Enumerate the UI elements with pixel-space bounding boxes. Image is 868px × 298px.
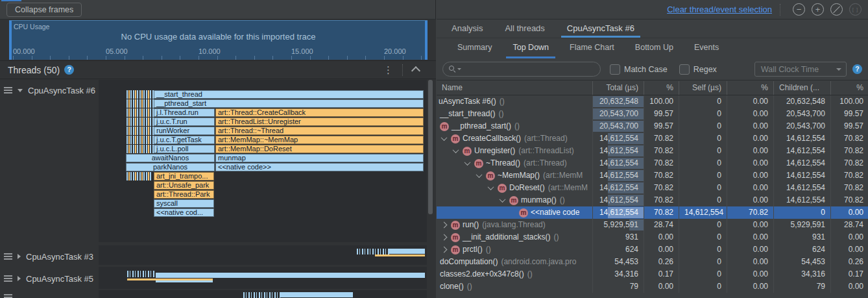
flame-activity-stripes[interactable] bbox=[127, 99, 154, 108]
thread-row[interactable]: CpuAsyncTask #5 bbox=[4, 273, 93, 284]
column-header--[interactable]: % bbox=[727, 81, 774, 95]
table-row[interactable]: doComputation()(android.com.java.pro54,4… bbox=[437, 256, 868, 268]
flame-bar[interactable]: j.u.c.T.getTask bbox=[154, 136, 215, 144]
table-row[interactable]: uAsyncTask #6()()20,632,548100.0000.0020… bbox=[437, 95, 868, 108]
collapse-node-chevron-icon[interactable] bbox=[500, 196, 506, 203]
flame-bar[interactable]: art::Thread::CreateCallback bbox=[215, 108, 424, 117]
collapse-node-chevron-icon[interactable] bbox=[453, 147, 459, 153]
thread-row[interactable]: CpuAsyncTask #6 bbox=[4, 85, 95, 95]
thread-activity-bar[interactable] bbox=[156, 273, 425, 278]
flame-bar[interactable]: syscall bbox=[154, 199, 214, 208]
kebab-menu-icon[interactable]: ⋮ bbox=[380, 65, 397, 75]
table-row[interactable]: mDoReset()(art::MemM14,612,55470.8200.00… bbox=[437, 182, 868, 194]
regex-label[interactable]: Regex bbox=[693, 65, 717, 74]
flame-bar[interactable]: munmap bbox=[215, 154, 424, 162]
expand-thread-icon[interactable] bbox=[18, 276, 21, 281]
table-row[interactable]: mrun()(java.lang.Thread)5,929,59128.7400… bbox=[437, 219, 868, 231]
match-case-label[interactable]: Match Case bbox=[624, 65, 668, 74]
table-row[interactable]: mprctl()()6240.0000.006240.00 bbox=[437, 243, 868, 256]
collapse-node-chevron-icon[interactable] bbox=[476, 171, 483, 178]
flame-activity-stripes[interactable] bbox=[127, 90, 154, 99]
column-header-total-s-[interactable]: Total (µs) bbox=[593, 81, 644, 95]
subtab-top-down[interactable]: Top Down bbox=[506, 38, 555, 58]
flame-activity-stripes[interactable] bbox=[127, 118, 154, 126]
flame-bar[interactable]: j.u.c.T.run bbox=[154, 118, 215, 126]
subtab-events[interactable]: Events bbox=[688, 38, 725, 58]
expand-thread-icon[interactable] bbox=[18, 254, 21, 259]
table-row[interactable]: classes2.dex+0x347c8()()34,3160.1700.003… bbox=[437, 268, 868, 280]
collapse-panel-icon[interactable] bbox=[411, 66, 420, 75]
subtab-flame-chart[interactable]: Flame Chart bbox=[563, 38, 621, 58]
column-header-self-s-[interactable]: Self (µs) bbox=[679, 81, 727, 95]
flame-bar[interactable]: parkNanos bbox=[126, 163, 215, 171]
flame-activity-stripes[interactable] bbox=[127, 127, 154, 135]
table-row[interactable]: m~Thread()(art::Thread)14,612,55470.8200… bbox=[437, 157, 868, 169]
flame-bar[interactable]: art::Thread::Park bbox=[154, 190, 214, 199]
subtab-summary[interactable]: Summary bbox=[451, 38, 498, 58]
table-row[interactable]: mUnregister()(art::ThreadList)14,612,554… bbox=[437, 145, 868, 157]
column-header--[interactable]: % bbox=[644, 81, 679, 95]
tab-all-threads[interactable]: All threads bbox=[499, 20, 550, 38]
search-input[interactable] bbox=[465, 64, 600, 75]
flame-bar[interactable]: art::Unsafe_park bbox=[154, 181, 214, 190]
thread-activity-bar[interactable] bbox=[389, 249, 425, 254]
table-row[interactable]: mCreateCallback()(art::Thread)14,612,554… bbox=[437, 132, 868, 145]
flame-bar[interactable]: j.l.Thread.run bbox=[154, 108, 215, 117]
search-options-arrow-icon[interactable] bbox=[457, 68, 461, 70]
table-row[interactable]: m<<native code14,612,55470.8214,612,5547… bbox=[437, 206, 868, 219]
cpu-usage-panel[interactable]: CPU Usage No CPU usage data available fo… bbox=[9, 20, 428, 60]
reset-zoom-icon[interactable] bbox=[830, 3, 843, 16]
table-row[interactable]: __start_thread()()20,543,70099.5700.0020… bbox=[437, 108, 868, 120]
column-header--[interactable]: % bbox=[831, 81, 868, 95]
flame-activity-stripes[interactable] bbox=[127, 108, 154, 117]
table-row[interactable]: m__pthread_start()()20,543,70099.5700.00… bbox=[437, 120, 868, 132]
flame-bar[interactable]: j.u.c.L.poll bbox=[154, 145, 215, 153]
thread-activity-bar[interactable] bbox=[156, 280, 213, 282]
drag-handle-icon[interactable] bbox=[4, 87, 12, 93]
expand-node-chevron-icon[interactable] bbox=[441, 222, 448, 229]
flame-bar[interactable]: __pthread_start bbox=[154, 99, 424, 108]
tab-analysis[interactable]: Analysis bbox=[446, 20, 488, 38]
flame-activity-stripes[interactable] bbox=[127, 172, 152, 180]
flame-bar[interactable]: art::ThreadList::Unregister bbox=[215, 118, 424, 126]
collapse-node-chevron-icon[interactable] bbox=[488, 184, 494, 190]
thread-activity-bar[interactable] bbox=[375, 255, 425, 256]
flame-bar[interactable]: art::Thread::~Thread bbox=[215, 127, 424, 135]
drag-handle-icon[interactable] bbox=[4, 294, 12, 298]
collapse-frames-button[interactable]: Collapse frames bbox=[6, 3, 82, 17]
regex-checkbox[interactable] bbox=[679, 64, 690, 75]
flame-bar[interactable]: <<native cod... bbox=[154, 208, 214, 217]
search-box[interactable] bbox=[442, 62, 601, 77]
flame-bar[interactable]: art_jni_trampo... bbox=[154, 172, 214, 180]
table-row[interactable]: m~MemMap()(art::MemM14,612,55470.8200.00… bbox=[437, 169, 868, 182]
column-header-name[interactable]: Name bbox=[437, 81, 593, 95]
drag-handle-icon[interactable] bbox=[4, 275, 12, 282]
table-row[interactable]: m__init_additional_stacks()()9310.0000.0… bbox=[437, 231, 868, 243]
collapse-node-chevron-icon[interactable] bbox=[464, 159, 471, 166]
thread-row[interactable] bbox=[4, 292, 12, 298]
expand-node-chevron-icon[interactable] bbox=[441, 234, 448, 241]
thread-activity-bar[interactable] bbox=[127, 271, 156, 277]
table-row[interactable]: mmunmap()()14,612,55470.8200.0014,612,55… bbox=[437, 194, 868, 206]
flame-bar[interactable]: awaitNanos bbox=[126, 154, 215, 162]
flame-activity-stripes[interactable] bbox=[127, 145, 154, 153]
clock-type-dropdown[interactable]: Wall Clock Time bbox=[754, 62, 847, 77]
vertical-scrollbar[interactable] bbox=[428, 80, 433, 214]
flame-bar[interactable]: <<native code>> bbox=[215, 163, 424, 171]
flame-activity-stripes[interactable] bbox=[127, 136, 154, 144]
flame-bar[interactable]: art::MemMap::~MemMap bbox=[215, 136, 424, 144]
match-case-checkbox[interactable] bbox=[610, 64, 620, 75]
zoom-in-icon[interactable]: + bbox=[812, 3, 824, 16]
tab-cpuasynctask-6[interactable]: CpuAsyncTask #6 bbox=[561, 20, 640, 38]
flame-bar[interactable]: art::MemMap::DoReset bbox=[215, 145, 424, 153]
table-row[interactable]: clone()()790.0000.00790.00 bbox=[437, 280, 868, 293]
zoom-out-icon[interactable]: − bbox=[793, 3, 805, 16]
thread-activity-bar[interactable] bbox=[243, 292, 280, 298]
thread-row[interactable]: CpuAsyncTask #3 bbox=[4, 251, 93, 262]
subtab-bottom-up[interactable]: Bottom Up bbox=[629, 38, 680, 58]
thread-activity-bar[interactable] bbox=[357, 249, 389, 255]
drag-handle-icon[interactable] bbox=[4, 253, 12, 260]
collapse-thread-icon[interactable] bbox=[18, 89, 23, 92]
flame-bar[interactable]: runWorker bbox=[154, 127, 215, 135]
column-header-children-[interactable]: Children (... bbox=[774, 81, 831, 95]
